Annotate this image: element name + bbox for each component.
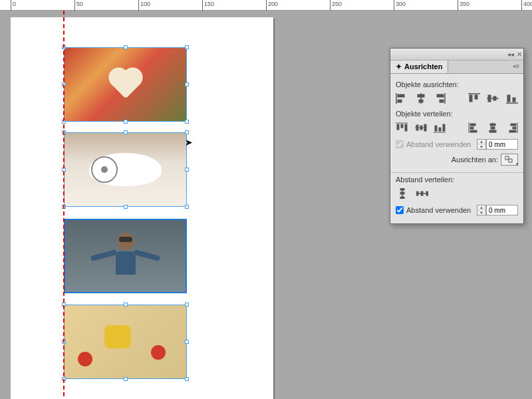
svg-rect-11	[475, 95, 477, 99]
spacing2-spinner[interactable]: ▲▼	[477, 205, 486, 215]
align-vcenter-icon[interactable]	[487, 92, 499, 104]
svg-rect-33	[470, 130, 477, 132]
spacing-input[interactable]	[486, 139, 518, 150]
svg-rect-20	[401, 124, 403, 128]
panel-menu-icon[interactable]: ▪≡	[509, 61, 523, 73]
svg-rect-7	[437, 94, 444, 97]
svg-rect-39	[511, 124, 516, 126]
svg-rect-37	[489, 130, 496, 132]
distribute-bottom-icon[interactable]	[434, 122, 446, 134]
svg-rect-2	[398, 100, 402, 102]
image-frame-3[interactable]	[64, 219, 187, 293]
align-top-icon[interactable]	[467, 92, 480, 104]
align-to-label: Ausrichten an:	[452, 156, 498, 164]
ruler-horizontal: 0 50 100 150 200 250 300 350 400	[0, 0, 532, 11]
align-right-icon[interactable]	[434, 92, 446, 104]
tab-align[interactable]: ✦Ausrichten	[390, 61, 448, 73]
align-to-dropdown[interactable]	[501, 154, 518, 166]
svg-rect-40	[513, 127, 516, 129]
svg-rect-5	[419, 100, 423, 102]
svg-rect-42	[505, 156, 509, 160]
svg-rect-17	[513, 98, 515, 102]
distribute-left-icon[interactable]	[467, 122, 480, 134]
distribute-right-icon[interactable]	[505, 122, 518, 134]
svg-rect-14	[493, 96, 496, 100]
svg-rect-10	[469, 95, 472, 102]
svg-rect-50	[421, 192, 423, 196]
collapse-icon[interactable]: ◂◂	[507, 51, 514, 58]
svg-rect-24	[420, 126, 422, 130]
svg-rect-23	[416, 125, 418, 130]
svg-rect-27	[435, 126, 437, 131]
distribute-top-icon[interactable]	[396, 122, 408, 134]
svg-rect-43	[509, 159, 512, 162]
align-hcenter-icon[interactable]	[415, 92, 428, 104]
image-spa	[65, 133, 186, 206]
close-icon[interactable]: ✕	[517, 51, 522, 58]
svg-rect-8	[440, 100, 444, 102]
distribute-hcenter-icon[interactable]	[487, 122, 499, 134]
canvas-area[interactable]: ➤	[0, 11, 286, 399]
label-align-objects: Objekte ausrichten:	[396, 80, 518, 88]
image-vegetables	[65, 305, 186, 378]
vertical-guide[interactable]	[63, 11, 65, 399]
use-spacing2-label: Abstand verwenden	[406, 206, 471, 214]
cursor-icon: ➤	[185, 137, 193, 148]
align-bottom-icon[interactable]	[505, 92, 518, 104]
svg-rect-16	[507, 95, 510, 102]
svg-rect-36	[491, 127, 495, 129]
svg-rect-21	[405, 124, 407, 131]
align-left-icon[interactable]	[396, 92, 408, 104]
distribute-vcenter-icon[interactable]	[415, 122, 428, 134]
label-distribute-spacing: Abstand verteilen:	[396, 176, 518, 184]
image-frame-4[interactable]	[64, 305, 187, 379]
use-spacing-checkbox[interactable]	[396, 140, 404, 148]
svg-rect-28	[439, 128, 441, 131]
space-vertical-icon[interactable]	[396, 188, 409, 200]
panel-titlebar[interactable]: ◂◂ ✕	[390, 49, 523, 61]
svg-rect-31	[470, 124, 475, 126]
svg-rect-35	[490, 124, 495, 126]
align-panel[interactable]: ◂◂ ✕ ✦Ausrichten ▪≡ Objekte ausrichten: …	[390, 48, 524, 224]
svg-rect-41	[509, 130, 516, 132]
svg-rect-29	[443, 124, 445, 131]
label-distribute-objects: Objekte verteilen:	[396, 110, 518, 118]
use-spacing2-checkbox[interactable]	[396, 206, 404, 214]
spacing-spinner[interactable]: ▲▼	[477, 139, 486, 150]
image-apples	[65, 48, 186, 121]
svg-rect-25	[424, 124, 426, 131]
image-pilot-child	[65, 220, 186, 292]
use-spacing-label: Abstand verwenden	[406, 140, 471, 148]
svg-rect-32	[470, 127, 473, 129]
svg-rect-19	[397, 124, 399, 130]
space-horizontal-icon[interactable]	[416, 188, 429, 200]
image-frame-2[interactable]	[64, 132, 187, 207]
svg-rect-51	[426, 192, 428, 196]
svg-rect-13	[488, 95, 491, 102]
image-frame-1[interactable]	[64, 47, 187, 122]
svg-rect-47	[400, 197, 404, 199]
svg-rect-4	[418, 94, 424, 97]
svg-rect-46	[400, 192, 404, 194]
svg-rect-1	[398, 94, 404, 97]
spacing2-input[interactable]	[486, 205, 518, 215]
